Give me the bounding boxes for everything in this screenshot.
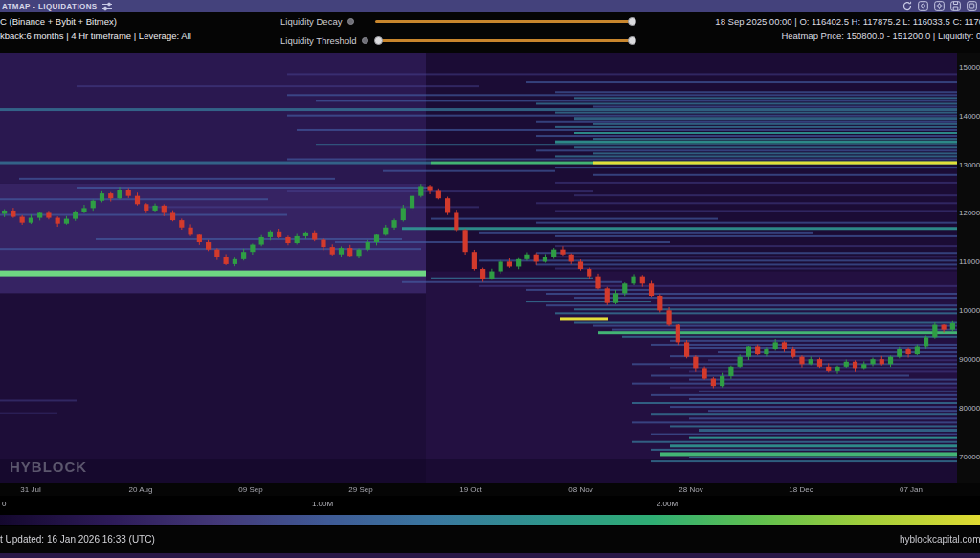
- liquidity-decay-slider-handle[interactable]: [628, 17, 636, 26]
- liquidity-decay-slider[interactable]: [375, 20, 635, 23]
- hyblock-watermark: HYBLOCK: [10, 458, 87, 475]
- copy-icon[interactable]: [967, 1, 977, 11]
- liquidity-decay-info-icon[interactable]: [347, 18, 354, 25]
- liquidation-heatmap-canvas[interactable]: [0, 53, 957, 483]
- date-tick-label: 28 Nov: [679, 485, 702, 494]
- title-bar: ATMAP - LIQUIDATIONS: [0, 0, 980, 12]
- liquidity-threshold-info-icon[interactable]: [362, 37, 368, 44]
- liquidity-colorbar: [0, 515, 980, 525]
- titlebar-action-icons: [902, 1, 977, 11]
- price-tick-label: 130000: [959, 161, 980, 169]
- chart-header: C (Binance + Bybit + Bitmex) kback:6 mon…: [0, 12, 980, 53]
- date-tick-label: 31 Jul: [20, 485, 40, 494]
- price-tick-label: 140000: [959, 112, 980, 121]
- colorbar-scale-value: 2.00M: [657, 500, 678, 508]
- date-tick-label: 20 Aug: [129, 485, 153, 494]
- price-axis[interactable]: 1500001400001300001200001100001000009000…: [957, 53, 980, 483]
- liquidity-threshold-slider-handle-left[interactable]: [374, 36, 383, 45]
- price-tick-label: 120000: [959, 209, 980, 217]
- date-tick-label: 18 Dec: [789, 485, 813, 494]
- liquidity-threshold-slider-handle-right[interactable]: [628, 36, 636, 45]
- ohlc-readout: 18 Sep 2025 00:00 | O: 116402.5 H: 11787…: [715, 16, 980, 27]
- filter-sliders-icon[interactable]: [102, 2, 112, 11]
- colorbar-scale-value: 0: [2, 500, 6, 508]
- colorbar-scale-value: 1.00M: [312, 500, 333, 508]
- symbol-exchanges-label: C (Binance + Bybit + Bitmex): [0, 16, 117, 27]
- footer: t Updated: 16 Jan 2026 16:33 (UTC) hyblo…: [0, 526, 980, 553]
- heatmap-price-readout: Heatmap Price: 150800.0 - 151200.0 | Liq…: [781, 31, 980, 41]
- refresh-icon[interactable]: [902, 1, 912, 11]
- date-axis[interactable]: 31 Jul20 Aug09 Sep29 Sep19 Oct08 Nov28 N…: [0, 483, 980, 496]
- liquidity-threshold-slider[interactable]: [378, 39, 635, 42]
- date-tick-label: 08 Nov: [568, 485, 592, 494]
- price-tick-label: 80000: [959, 404, 980, 413]
- colorbar-scale-labels: 01.00M2.00M: [0, 498, 980, 511]
- site-link[interactable]: hyblockcapital.com: [900, 534, 980, 545]
- date-tick-label: 19 Oct: [459, 485, 482, 494]
- price-tick-label: 70000: [959, 453, 980, 461]
- last-updated-label: t Updated: 16 Jan 2026 16:33 (UTC): [0, 534, 155, 545]
- settings-icon[interactable]: [934, 1, 945, 11]
- price-tick-label: 110000: [959, 257, 980, 266]
- liquidity-threshold-label: Liquidity Threshold: [280, 35, 357, 46]
- date-tick-label: 29 Sep: [348, 485, 372, 494]
- save-icon[interactable]: [950, 1, 961, 11]
- price-tick-label: 150000: [959, 63, 980, 72]
- price-tick-label: 100000: [959, 306, 980, 315]
- camera-icon[interactable]: [918, 1, 928, 11]
- bottom-accent-strip: [0, 553, 980, 558]
- date-tick-label: 07 Jan: [900, 485, 923, 494]
- lookback-settings-label: kback:6 months | 4 Hr timeframe | Levera…: [0, 31, 191, 41]
- price-tick-label: 90000: [959, 355, 980, 364]
- liquidity-decay-label: Liquidity Decay: [280, 16, 342, 27]
- page-title: ATMAP - LIQUIDATIONS: [0, 2, 98, 11]
- date-tick-label: 09 Sep: [238, 485, 262, 494]
